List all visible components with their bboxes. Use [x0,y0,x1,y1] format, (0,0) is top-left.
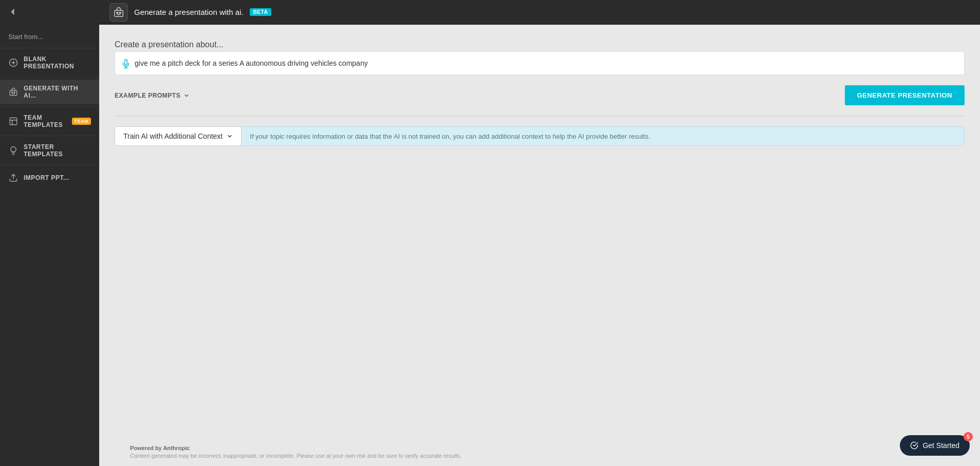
sidebar-divider-2 [0,77,99,78]
sidebar-divider-4 [0,136,99,136]
footer-disclaimer: Content generated may be incorrect, inap… [130,453,949,459]
sidebar: Start from... BLANK PRESENTATION GENERAT… [0,0,99,466]
sidebar-item-team-templates[interactable]: TEAM TEMPLATES TEAM [0,109,99,134]
main-content: Generate a presentation with ai. BETA Cr… [99,0,980,466]
beta-badge: BETA [250,8,271,16]
sidebar-item-label: BLANK PRESENTATION [24,55,91,70]
train-ai-button[interactable]: Train AI with Additional Context [115,126,242,146]
get-started-button[interactable]: Get Started 5 [900,435,970,456]
back-button[interactable] [0,0,99,24]
team-badge: TEAM [72,118,91,125]
svg-rect-7 [10,118,17,125]
footer-powered-by: Powered by Anthropic [130,445,949,451]
content-area: Create a presentation about... EXAMPLE P… [99,25,980,466]
file-icon [8,116,19,126]
train-ai-info-text: If your topic requires information or da… [250,133,650,140]
footer: Powered by Anthropic Content generated m… [115,424,965,466]
example-prompts-label: EXAMPLE PROMPTS [115,92,180,99]
robot-icon [8,87,19,97]
sidebar-item-label: STARTER TEMPLATES [24,143,91,158]
plus-icon [8,58,19,68]
header-title: Generate a presentation with ai. [134,8,244,16]
sidebar-divider-3 [0,106,99,107]
upload-icon [8,173,19,183]
start-from-label: Start from... [0,24,99,46]
mic-icon [121,58,131,69]
train-ai-label: Train AI with Additional Context [123,132,223,140]
controls-row: EXAMPLE PROMPTS GENERATE PRESENTATION [115,85,965,105]
train-ai-info: If your topic requires information or da… [242,126,965,146]
sidebar-item-label: GENERATE WITH AI... [24,85,91,99]
prompt-input-row [115,51,965,75]
check-circle-icon [910,441,918,450]
sidebar-item-label: IMPORT PPT... [24,174,69,181]
sidebar-divider-5 [0,165,99,165]
sidebar-item-import-ppt[interactable]: IMPORT PPT... [0,167,99,188]
svg-point-12 [117,12,118,13]
example-prompts-button[interactable]: EXAMPLE PROMPTS [115,92,190,99]
svg-rect-11 [115,10,123,16]
svg-point-5 [14,92,15,93]
get-started-label: Get Started [922,441,959,450]
sidebar-item-generate-with-ai[interactable]: GENERATE WITH AI... [0,80,99,104]
get-started-badge: 5 [964,432,973,441]
sidebar-item-starter-templates[interactable]: STARTER TEMPLATES [0,138,99,163]
header-robot-icon [109,3,128,22]
svg-point-4 [12,92,13,93]
sidebar-item-blank-presentation[interactable]: BLANK PRESENTATION [0,50,99,75]
sidebar-item-label: TEAM TEMPLATES [24,114,67,128]
create-label: Create a presentation about... [115,40,965,49]
header: Generate a presentation with ai. BETA [99,0,980,25]
prompt-input[interactable] [135,52,958,74]
sidebar-divider-1 [0,48,99,48]
bulb-icon [8,145,19,156]
train-ai-row: Train AI with Additional Context If your… [115,126,965,146]
generate-presentation-button[interactable]: GENERATE PRESENTATION [845,85,965,105]
section-divider [115,116,965,116]
svg-point-13 [119,12,121,13]
svg-rect-3 [10,90,17,96]
